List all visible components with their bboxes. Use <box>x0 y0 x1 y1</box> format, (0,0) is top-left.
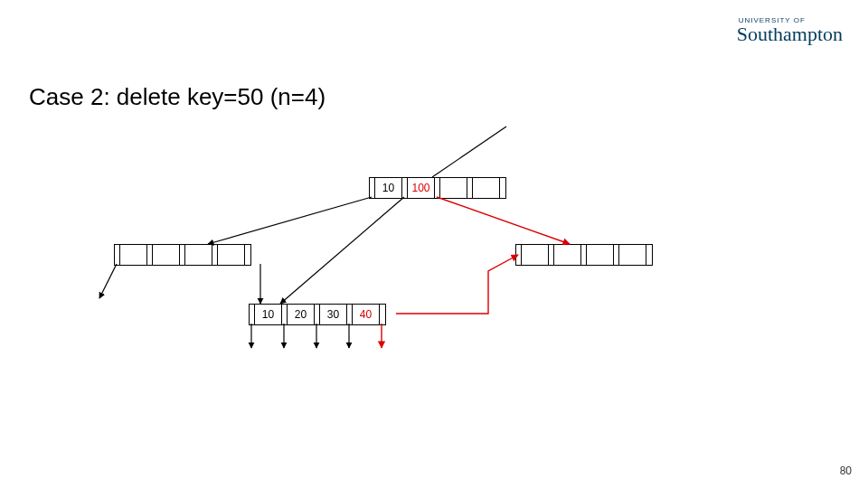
svg-line-3 <box>437 197 570 244</box>
root-key-2 <box>440 178 467 198</box>
btree-right-child <box>515 244 653 266</box>
leaf-key-0: 10 <box>255 305 282 324</box>
root-key-1: 100 <box>408 178 435 198</box>
svg-line-4 <box>99 264 117 298</box>
svg-line-0 <box>432 127 506 177</box>
right-child-key-1 <box>554 245 581 265</box>
page-number: 80 <box>840 465 852 477</box>
left-child-key-2 <box>185 245 212 265</box>
right-child-key-3 <box>619 245 646 265</box>
leaf-key-2: 30 <box>320 305 347 324</box>
leaf-key-3: 40 <box>353 305 380 324</box>
btree-left-child <box>114 244 251 266</box>
university-logo: UNIVERSITY OF Southampton <box>737 16 843 44</box>
left-child-key-0 <box>120 245 147 265</box>
right-child-key-2 <box>587 245 614 265</box>
logo-big-text: Southampton <box>737 24 843 44</box>
leaf-key-1: 20 <box>288 305 315 324</box>
right-child-key-0 <box>522 245 549 265</box>
btree-leaf-node: 10 20 30 40 <box>249 304 386 325</box>
left-child-key-1 <box>153 245 180 265</box>
root-key-3 <box>473 178 500 198</box>
root-key-0: 10 <box>375 178 402 198</box>
left-child-key-3 <box>218 245 245 265</box>
svg-line-1 <box>208 197 372 244</box>
slide-title: Case 2: delete key=50 (n=4) <box>29 83 326 111</box>
svg-line-2 <box>280 197 404 304</box>
btree-root-node: 10 100 <box>369 177 506 199</box>
